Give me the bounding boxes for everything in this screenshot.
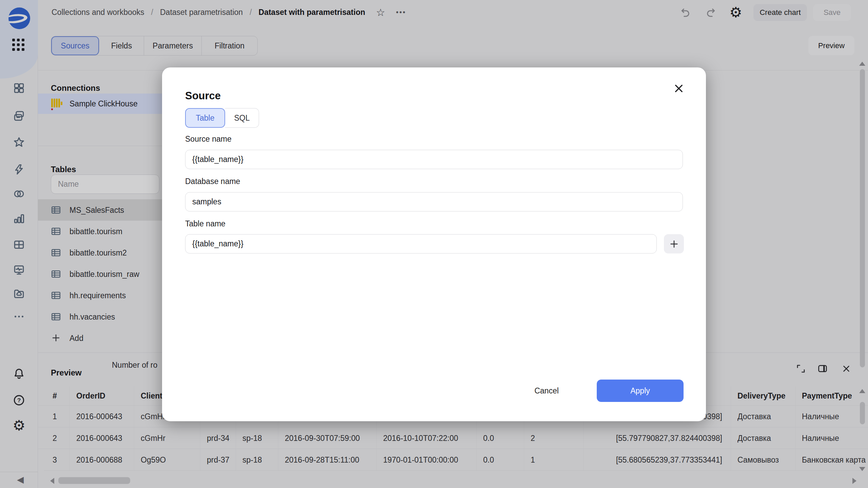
- database-name-label: Database name: [185, 177, 240, 186]
- close-icon[interactable]: [671, 81, 686, 96]
- table-name-input[interactable]: [185, 234, 657, 253]
- mode-tab-sql[interactable]: SQL: [225, 108, 259, 128]
- modal-title: Source: [185, 90, 221, 102]
- source-modal: Source Table SQL Source name Database na…: [162, 67, 706, 421]
- mode-tab-table[interactable]: Table: [185, 108, 225, 128]
- add-table-plus-icon[interactable]: [664, 234, 684, 253]
- database-name-input[interactable]: [185, 192, 683, 211]
- cancel-button[interactable]: Cancel: [525, 380, 568, 402]
- source-name-label: Source name: [185, 135, 232, 144]
- app-root: ? ⚙ ◀ Collections and workbooks / Datase…: [0, 0, 868, 488]
- table-name-label: Table name: [185, 219, 225, 228]
- source-name-input[interactable]: [185, 150, 683, 169]
- apply-button[interactable]: Apply: [597, 380, 684, 402]
- source-mode-tabs: Table SQL: [185, 108, 259, 128]
